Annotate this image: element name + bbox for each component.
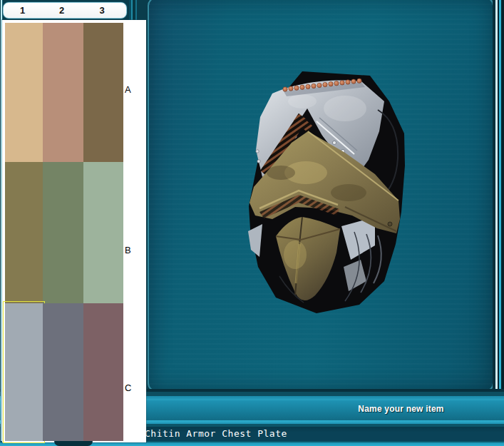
row-label-b: B <box>125 245 146 255</box>
color-swatch-3a[interactable] <box>83 23 123 162</box>
palette-swatch-panel: A B C <box>2 20 146 442</box>
column-header-2: 2 <box>41 5 82 16</box>
item-customization-window: Name your new item 1 2 3 A B C <box>0 0 504 446</box>
color-swatch-2a[interactable] <box>43 23 83 162</box>
bottom-chrome-notch <box>54 441 93 446</box>
name-prompt-label: Name your new item <box>335 404 467 414</box>
row-label-a: A <box>125 84 146 95</box>
color-swatch-1c[interactable] <box>5 303 43 441</box>
color-swatch-2c[interactable] <box>43 303 83 441</box>
chitin-armor-chest-plate-image <box>238 66 409 319</box>
color-swatch-1a[interactable] <box>5 23 43 162</box>
column-header-3: 3 <box>82 5 122 16</box>
color-swatch-1b[interactable] <box>5 162 43 303</box>
column-header-1: 1 <box>4 5 41 16</box>
color-swatch-2b[interactable] <box>43 162 83 303</box>
palette-column-header-tab: 1 2 3 <box>3 2 127 19</box>
item-name-input[interactable] <box>143 426 493 441</box>
window-chrome-line <box>501 0 504 446</box>
color-palette-panel: 1 2 3 A B C <box>0 0 148 444</box>
row-label-c: C <box>125 382 146 393</box>
color-swatch-3c[interactable] <box>83 303 123 441</box>
color-swatch-3b[interactable] <box>83 162 123 303</box>
